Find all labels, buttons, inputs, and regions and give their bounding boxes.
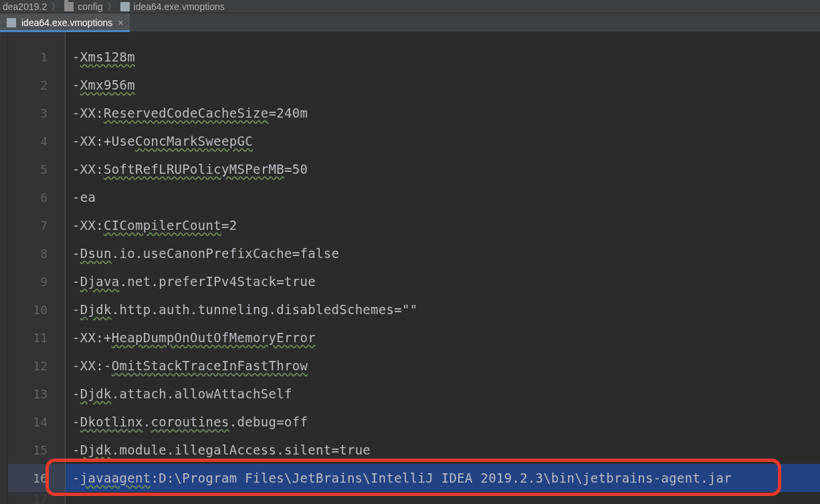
code-line[interactable]: -javaagent:D:\Program Files\JetBrains\In… bbox=[66, 464, 820, 492]
line-number: 7 bbox=[8, 211, 65, 239]
code-text: -javaagent:D:\Program Files\JetBrains\In… bbox=[66, 471, 732, 485]
line-number: 2 bbox=[8, 71, 65, 99]
code-text: -Dkotlinx.coroutines.debug=off bbox=[66, 414, 308, 429]
code-text: -XX:+HeapDumpOnOutOfMemoryError bbox=[66, 330, 316, 345]
code-line[interactable]: -ea bbox=[66, 183, 820, 211]
code-text: -Djdk.http.auth.tunneling.disabledScheme… bbox=[66, 302, 418, 317]
close-icon[interactable]: × bbox=[118, 17, 123, 28]
code-line[interactable]: -XX:+HeapDumpOnOutOfMemoryError bbox=[66, 324, 820, 352]
tab-filename: idea64.exe.vmoptions bbox=[21, 17, 112, 28]
breadcrumb-root-label: dea2019.2 bbox=[3, 1, 47, 12]
line-number: 4 bbox=[8, 127, 65, 155]
code-line[interactable]: -Djdk.module.illegalAccess.silent=true bbox=[66, 436, 820, 464]
code-line[interactable]: -XX:-OmitStackTraceInFastThrow bbox=[66, 352, 820, 380]
code-text: -Xmx956m bbox=[66, 78, 135, 92]
code-line[interactable]: -XX:SoftRefLRUPolicyMSPerMB=50 bbox=[66, 155, 820, 183]
code-line[interactable]: -Xmx956m bbox=[66, 71, 820, 99]
editor-tabbar: idea64.exe.vmoptions × bbox=[0, 13, 820, 32]
code-text: -ea bbox=[66, 190, 96, 205]
line-number: 13 bbox=[8, 380, 65, 408]
code-line[interactable]: -XX:+UseConcMarkSweepGC bbox=[66, 127, 820, 155]
line-number: 1 bbox=[8, 43, 65, 71]
line-number: 15 bbox=[8, 436, 65, 464]
code-line[interactable]: -Djdk.attach.allowAttachSelf bbox=[66, 380, 820, 408]
line-number: 8 bbox=[8, 239, 65, 267]
code-line[interactable]: -Dkotlinx.coroutines.debug=off bbox=[66, 408, 820, 436]
line-number: 12 bbox=[8, 352, 65, 380]
code-text: -Djava.net.preferIPv4Stack=true bbox=[66, 274, 316, 289]
line-number: 10 bbox=[8, 295, 65, 324]
code-text: -XX:+UseConcMarkSweepGC bbox=[66, 134, 253, 148]
code-text: -Djdk.module.illegalAccess.silent=true bbox=[66, 443, 371, 457]
line-number: 9 bbox=[8, 267, 65, 295]
code-text: -Dsun.io.useCanonPrefixCache=false bbox=[66, 246, 339, 261]
code-line[interactable]: -Xms128m bbox=[66, 43, 820, 71]
code-text: -Djdk.attach.allowAttachSelf bbox=[66, 386, 292, 401]
line-number: 16 bbox=[8, 464, 65, 492]
code-text: -XX:-OmitStackTraceInFastThrow bbox=[66, 358, 308, 373]
editor-tab[interactable]: idea64.exe.vmoptions × bbox=[0, 13, 130, 31]
breadcrumb-file[interactable]: idea64.exe.vmoptions bbox=[120, 1, 225, 12]
line-number: 5 bbox=[8, 155, 65, 183]
breadcrumb-separator: 〉 bbox=[51, 1, 60, 13]
gutter-indicator-rail bbox=[0, 32, 8, 504]
breadcrumb-root[interactable]: dea2019.2 bbox=[3, 1, 47, 12]
breadcrumb-folder-label: config bbox=[78, 1, 102, 12]
code-line[interactable]: -XX:ReservedCodeCacheSize=240m bbox=[66, 99, 820, 127]
line-number: 14 bbox=[8, 408, 65, 436]
code-line[interactable]: -Djdk.http.auth.tunneling.disabledScheme… bbox=[66, 295, 820, 324]
line-number-gutter: 1234567891011121314151617 bbox=[8, 32, 66, 504]
breadcrumb-folder[interactable]: config bbox=[64, 1, 102, 12]
file-icon bbox=[7, 18, 16, 27]
line-number: 3 bbox=[8, 99, 65, 127]
code-area[interactable]: -Xms128m-Xmx956m-XX:ReservedCodeCacheSiz… bbox=[66, 32, 820, 504]
line-number: 17 bbox=[8, 492, 65, 504]
code-line[interactable]: -Dsun.io.useCanonPrefixCache=false bbox=[66, 239, 820, 267]
breadcrumb-file-label: idea64.exe.vmoptions bbox=[134, 1, 225, 12]
file-icon bbox=[120, 2, 130, 11]
code-text: -XX:CICompilerCount=2 bbox=[66, 218, 237, 233]
folder-icon bbox=[64, 2, 74, 11]
line-number: 11 bbox=[8, 324, 65, 352]
breadcrumb-separator: 〉 bbox=[107, 1, 116, 13]
breadcrumb: dea2019.2 〉 config 〉 idea64.exe.vmoption… bbox=[0, 0, 820, 13]
line-number: 6 bbox=[8, 183, 65, 211]
code-text: -XX:ReservedCodeCacheSize=240m bbox=[66, 106, 308, 120]
code-line[interactable]: -XX:CICompilerCount=2 bbox=[66, 211, 820, 239]
code-text: -XX:SoftRefLRUPolicyMSPerMB=50 bbox=[66, 162, 308, 176]
code-text: -Xms128m bbox=[66, 49, 135, 64]
code-line[interactable]: -Djava.net.preferIPv4Stack=true bbox=[66, 267, 820, 295]
editor[interactable]: 1234567891011121314151617 -Xms128m-Xmx95… bbox=[0, 32, 820, 504]
